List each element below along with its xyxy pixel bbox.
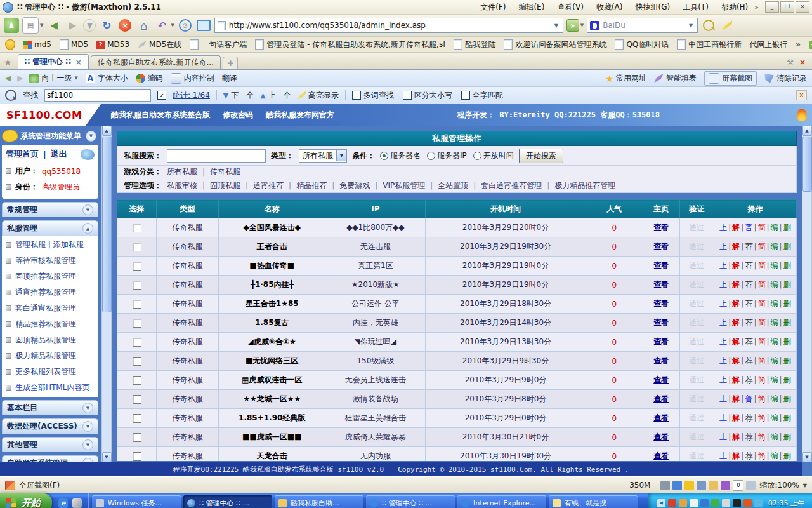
tabbar-tools-icon[interactable]: ⚒ (787, 58, 794, 67)
action-unlock[interactable]: 解 (732, 299, 740, 308)
sidebar-scrollbar[interactable]: ▲ ▼ (102, 126, 112, 462)
sidebar-item[interactable]: 固顶推荐私服管理 (2, 269, 98, 284)
action-simple[interactable]: 简 (757, 261, 765, 270)
bookmark-item[interactable]: MD5在线 (138, 39, 181, 50)
toolbar-item-4[interactable]: 翻译 (222, 73, 237, 84)
bookmark-item[interactable]: 管理员登陆 - 传奇私服自助发布系统,新开传奇私服,sf (255, 39, 445, 50)
menu-item-2[interactable]: 查看(V) (557, 2, 584, 13)
row-checkbox[interactable] (133, 376, 141, 385)
action-unlock[interactable]: 解 (732, 375, 740, 384)
chevron-down-icon[interactable]: ▼ (86, 131, 96, 142)
radio-option-0[interactable]: 服务器名 (380, 150, 421, 161)
view-link[interactable]: 查看 (643, 371, 679, 390)
scroll-up-icon[interactable]: ▲ (102, 126, 112, 136)
sidebar-item-label[interactable]: 更多私服列表管理 (15, 366, 76, 377)
action-unlock[interactable]: 解 (732, 394, 740, 403)
chevron-up-icon[interactable]: ▲ (82, 223, 93, 234)
action-unlock[interactable]: 解 (732, 432, 740, 441)
enhance-button[interactable]: +增强功能 (809, 39, 812, 50)
sidebar-item[interactable]: 套白通宵私服管理 (2, 300, 98, 316)
toolbar-item-1[interactable]: A字体大小 (86, 73, 128, 84)
menu-overflow-chevron-icon[interactable]: » (754, 3, 759, 11)
highlight-button[interactable]: 高亮显示 (298, 90, 339, 101)
find-option-1[interactable]: 区分大小写 (403, 90, 452, 101)
radio-icon[interactable] (473, 152, 481, 160)
sidebar-item[interactable]: 精品推荐私服管理 (2, 316, 98, 332)
action-unlock[interactable]: 解 (732, 337, 740, 346)
action-edit[interactable]: 编 (770, 375, 778, 384)
sidebar-item[interactable]: 通宵推荐私服管理 (2, 284, 98, 300)
row-checkbox[interactable] (133, 357, 141, 366)
find-option-0[interactable]: 多词查找 (352, 90, 394, 101)
action-edit[interactable]: 编 (770, 261, 778, 270)
media-player-tray-icon[interactable] (668, 499, 676, 507)
action-up[interactable]: 上 (719, 280, 727, 289)
sidebar-item-label[interactable]: 生成全部HTML内容页 (15, 382, 89, 393)
new-tab-dropdown-icon[interactable]: ▼ (40, 23, 43, 28)
action-up[interactable]: 上 (719, 375, 727, 384)
row-checkbox[interactable] (133, 338, 141, 347)
zoom-level[interactable]: 缩放:100% (759, 480, 799, 491)
view-link[interactable]: 查看 (643, 257, 679, 276)
url-text[interactable]: http://www.sf1100.com/qq535018/admin_Ind… (229, 21, 426, 30)
sidebar-item[interactable]: 极力精品私服管理 (2, 348, 98, 364)
site-logo-block[interactable]: SF1100.COM (0, 104, 86, 126)
bookmark-item[interactable]: QQ临时对话 (615, 39, 669, 50)
home-icon[interactable]: ⌂ (136, 18, 151, 33)
view-link[interactable]: 查看 (643, 409, 679, 428)
action-delete[interactable]: 删 (783, 413, 791, 422)
action-tag[interactable]: 荐 (745, 261, 752, 270)
folder-icon[interactable] (709, 481, 718, 490)
action-delete[interactable]: 删 (783, 394, 791, 403)
view-link[interactable]: 查看 (643, 352, 679, 371)
go-dropdown-icon[interactable]: ▼ (580, 23, 584, 28)
bookmark-item[interactable]: 酷我登陆 (454, 39, 495, 50)
go-button[interactable]: ➤ (566, 19, 579, 32)
action-unlock[interactable]: 解 (732, 242, 740, 251)
small-back-icon[interactable]: ◀ (5, 74, 11, 83)
action-simple[interactable]: 简 (757, 280, 765, 289)
dropdown-icon[interactable]: ▼ (74, 76, 77, 81)
undo-icon[interactable]: ↶ (154, 18, 169, 33)
action-tag[interactable]: 普 (745, 394, 752, 403)
zoom-dropdown-icon[interactable]: ▼ (803, 483, 807, 488)
status-left-text[interactable]: 全屏截图(F) (19, 480, 60, 491)
pen-quicklaunch-icon[interactable] (72, 498, 82, 508)
ie-quicklaunch-icon[interactable]: e (58, 498, 68, 508)
sidebar-section-5[interactable]: 自助发布系统管理▲ (2, 455, 98, 462)
sidebar-item-label[interactable]: 等待审核私服管理 (15, 255, 76, 266)
history-icon[interactable]: ◷ (178, 18, 193, 33)
action-simple[interactable]: 简 (757, 242, 765, 251)
forward-icon[interactable]: ▶ (65, 18, 80, 33)
action-tag[interactable]: 荐 (745, 356, 752, 365)
undo-dropdown-icon[interactable]: ▼ (171, 23, 174, 28)
find-close-icon[interactable]: × (796, 90, 807, 100)
action-unlock[interactable]: 解 (732, 223, 740, 232)
scroll-up-icon[interactable]: ▲ (802, 126, 812, 136)
start-button[interactable]: 开始 (0, 493, 52, 508)
action-tag[interactable]: 荐 (745, 242, 752, 251)
tabbar-close-icon[interactable]: × (799, 58, 806, 67)
action-up[interactable]: 上 (719, 318, 727, 327)
windows-stack-icon[interactable] (697, 481, 706, 490)
sidebar-section-2[interactable]: 基本栏目▼ (2, 400, 98, 415)
radio-option-1[interactable]: 服务器IP (427, 150, 467, 161)
sidebar-item[interactable]: 等待审核私服管理 (2, 253, 98, 269)
minimize-button[interactable]: _ (765, 1, 779, 13)
bookmark-item[interactable]: md5 (23, 40, 51, 49)
radio-option-2[interactable]: 开放时间 (473, 150, 514, 161)
menu-item-4[interactable]: 快捷组(G) (636, 2, 671, 13)
action-edit[interactable]: 编 (770, 318, 778, 327)
site-logo[interactable]: SF1100.COM (6, 109, 82, 121)
view-link[interactable]: 查看 (643, 218, 679, 237)
sidebar-item-label[interactable]: 精品推荐私服管理 (15, 319, 76, 330)
view-link[interactable]: 查看 (643, 314, 679, 333)
zoom-window-icon[interactable] (746, 481, 756, 490)
option-link-7[interactable]: 套白通宵推荐管理 (481, 180, 542, 191)
action-unlock[interactable]: 解 (732, 261, 740, 270)
view-link[interactable]: 查看 (643, 390, 679, 409)
action-unlock[interactable]: 解 (732, 318, 740, 327)
view-link[interactable]: 查看 (643, 428, 679, 447)
action-unlock[interactable]: 解 (732, 356, 740, 365)
action-tag[interactable]: 普 (745, 223, 752, 232)
